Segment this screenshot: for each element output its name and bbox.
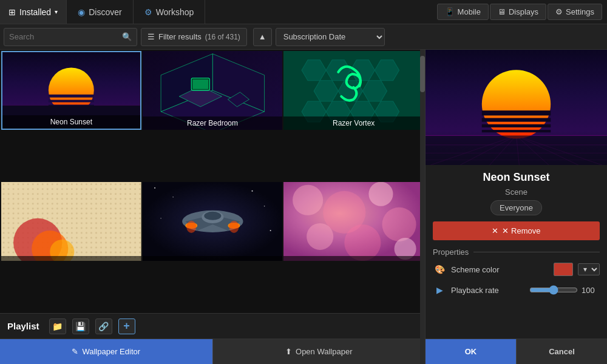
discover-label: Discover xyxy=(89,7,121,17)
playlist-title: Playlist xyxy=(7,321,39,331)
scheme-color-label: Scheme color xyxy=(451,265,549,274)
list-item[interactable] xyxy=(283,182,424,261)
svg-point-56 xyxy=(229,221,239,233)
svg-rect-22 xyxy=(192,79,208,89)
playback-rate-value: 100 xyxy=(582,286,600,295)
folder-icon: 📁 xyxy=(52,322,63,331)
settings-icon: ⚙ xyxy=(555,7,563,16)
workshop-icon: ⚙ xyxy=(144,7,152,17)
list-item[interactable] xyxy=(1,182,141,261)
tab-installed[interactable]: ⊞ Installed ▾ xyxy=(0,0,67,24)
svg-point-45 xyxy=(251,190,253,192)
svg-point-62 xyxy=(307,223,333,250)
grid-item-label: Razer Bedroom xyxy=(143,116,283,130)
playback-rate-row: ▶ Playback rate 100 xyxy=(433,283,600,297)
list-item[interactable]: Razer Bedroom xyxy=(143,51,283,130)
grid-item-label: Razer Vortex xyxy=(283,116,424,130)
properties-divider xyxy=(473,252,600,252)
remove-label: ✕ Remove xyxy=(502,226,540,235)
filter-button[interactable]: ☰ Filter results (16 of 431) xyxy=(141,28,247,46)
sort-direction-button[interactable]: ▲ xyxy=(253,28,272,46)
grid-item-label xyxy=(143,256,283,261)
svg-point-47 xyxy=(160,218,161,219)
properties-header: Properties xyxy=(433,248,600,257)
nav-right: 📱 Mobile 🖥 Displays ⚙ Settings xyxy=(437,4,607,20)
color-swatch[interactable] xyxy=(554,263,573,276)
play-icon: ▶ xyxy=(433,283,446,297)
playback-slider-wrap: 100 xyxy=(529,285,600,295)
share-icon: 🔗 xyxy=(98,322,109,331)
remove-button[interactable]: ✕ ✕ Remove xyxy=(433,221,600,240)
svg-rect-80 xyxy=(482,118,551,122)
installed-icon: ⊞ xyxy=(8,7,16,17)
svg-rect-12 xyxy=(49,95,94,98)
toolbar: 🔍 ☰ Filter results (16 of 431) ▲ Subscri… xyxy=(0,24,607,50)
grid-item-label: Neon Sunset xyxy=(2,115,140,129)
upload-icon: ⬆ xyxy=(285,347,292,356)
tab-discover[interactable]: ◉ Discover xyxy=(67,0,133,24)
edit-icon: ✎ xyxy=(72,347,78,356)
playlist-bar: Playlist 📁 💾 🔗 + xyxy=(0,313,425,339)
top-nav: ⊞ Installed ▾ ◉ Discover ⚙ Workshop 📱 Mo… xyxy=(0,0,607,24)
discover-icon: ◉ xyxy=(78,7,85,17)
ok-button[interactable]: OK xyxy=(426,339,516,364)
sort-select[interactable]: Subscription Date xyxy=(276,28,385,46)
list-item[interactable]: Neon Sunset xyxy=(1,51,141,130)
displays-icon: 🖥 xyxy=(498,7,506,16)
save-icon: 💾 xyxy=(75,322,86,331)
bottom-bar: ✎ Wallpaper Editor ⬆ Open Wallpaper xyxy=(0,339,425,364)
svg-point-61 xyxy=(382,207,416,241)
preview-area xyxy=(426,50,607,165)
svg-point-48 xyxy=(270,230,271,231)
svg-point-46 xyxy=(263,206,265,207)
scheme-color-row: 🎨 Scheme color ▾ xyxy=(433,263,600,276)
playback-rate-slider[interactable] xyxy=(529,285,578,295)
svg-point-60 xyxy=(369,182,393,206)
color-dropdown[interactable]: ▾ xyxy=(578,263,600,275)
mobile-icon: 📱 xyxy=(445,7,455,16)
filter-icon: ☰ xyxy=(148,32,155,41)
properties-section: Properties 🎨 Scheme color ▾ ▶ Playback r… xyxy=(426,248,607,304)
playlist-save-button[interactable]: 💾 xyxy=(72,318,89,334)
grid-panel: Neon Sunset xyxy=(0,50,425,364)
grid-container: Neon Sunset xyxy=(0,50,425,313)
svg-point-44 xyxy=(172,197,174,198)
svg-point-43 xyxy=(154,187,155,189)
playlist-share-button[interactable]: 🔗 xyxy=(95,318,112,334)
properties-label: Properties xyxy=(433,248,469,257)
palette-icon: 🎨 xyxy=(433,263,446,276)
svg-point-78 xyxy=(482,70,551,138)
list-item[interactable] xyxy=(143,182,283,261)
grid-item-label xyxy=(283,256,424,261)
svg-rect-82 xyxy=(482,130,551,132)
svg-rect-79 xyxy=(482,110,551,115)
playback-rate-label: Playback rate xyxy=(451,286,524,295)
filter-label: Filter results xyxy=(158,32,202,41)
displays-button[interactable]: 🖥 Displays xyxy=(490,4,546,20)
playlist-folder-button[interactable]: 📁 xyxy=(49,318,66,334)
svg-point-58 xyxy=(293,185,323,215)
installed-dropdown-icon: ▾ xyxy=(55,8,58,15)
wallpaper-editor-button[interactable]: ✎ Wallpaper Editor xyxy=(0,339,212,364)
scrollbar[interactable] xyxy=(420,50,425,364)
cancel-button[interactable]: Cancel xyxy=(516,339,607,364)
svg-rect-81 xyxy=(482,124,551,127)
filter-count: (16 of 431) xyxy=(205,33,240,41)
svg-rect-13 xyxy=(49,100,94,103)
playlist-add-button[interactable]: + xyxy=(118,318,135,334)
right-panel: Neon Sunset Scene Everyone ✕ ✕ Remove Pr… xyxy=(425,50,607,364)
list-item[interactable]: Razer Vortex xyxy=(283,51,424,130)
search-box[interactable]: 🔍 xyxy=(4,28,137,46)
settings-button[interactable]: ⚙ Settings xyxy=(548,4,602,20)
search-input[interactable] xyxy=(9,32,118,41)
svg-point-55 xyxy=(186,221,196,233)
scrollbar-thumb[interactable] xyxy=(420,56,425,92)
workshop-label: Workshop xyxy=(156,7,194,17)
open-wallpaper-button[interactable]: ⬆ Open Wallpaper xyxy=(212,339,426,364)
everyone-badge: Everyone xyxy=(490,200,542,215)
search-icon: 🔍 xyxy=(122,32,132,41)
remove-icon: ✕ xyxy=(492,226,498,235)
tab-workshop[interactable]: ⚙ Workshop xyxy=(134,0,206,24)
scene-label: Scene xyxy=(426,187,607,197)
mobile-button[interactable]: 📱 Mobile xyxy=(437,4,489,20)
